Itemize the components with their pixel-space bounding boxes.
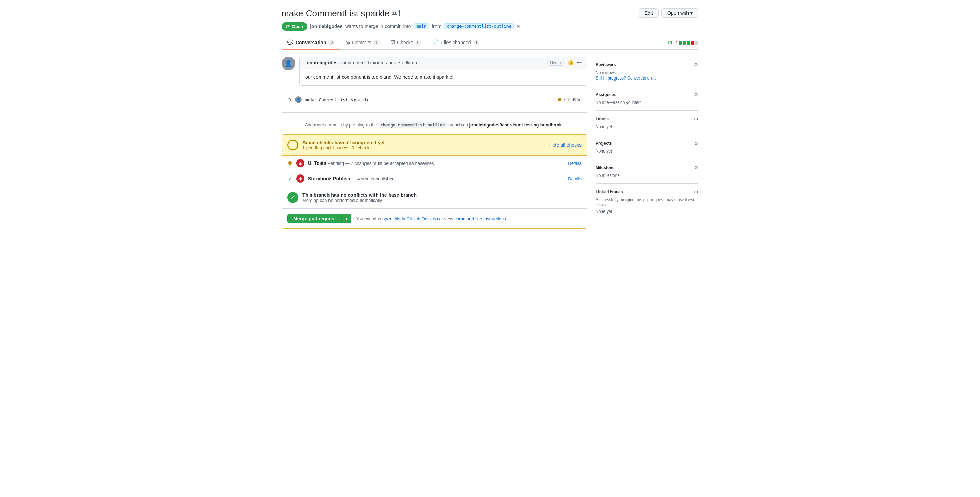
- merge-button-group: Merge pull request ▾: [287, 214, 352, 224]
- assignees-value: No one—assign yourself: [596, 100, 698, 105]
- emoji-reaction-icon[interactable]: 🙂: [568, 60, 574, 65]
- push-repo: jonniebigodes/test-visual-testing-handbo…: [469, 122, 561, 127]
- checks-pending-circle-icon: [287, 140, 298, 151]
- check-item-ui-tests: ◈ UI Tests Pending — 2 changes must be a…: [282, 156, 587, 171]
- tabs-bar: 💬 Conversation 0 ◎ Commits 1 ☑ Checks 0 …: [282, 36, 698, 50]
- diff-block-5: [695, 41, 698, 44]
- header-actions: Edit Open with ▾: [639, 8, 698, 18]
- projects-gear-icon[interactable]: ⚙: [694, 141, 698, 146]
- pr-title: make CommentList sparkle #1: [282, 8, 639, 19]
- convert-to-draft-link[interactable]: Still in progress? Convert to draft: [596, 76, 655, 81]
- edit-button[interactable]: Edit: [639, 8, 659, 18]
- check-details-link-ui-tests[interactable]: Details: [568, 161, 582, 166]
- command-line-instructions-link[interactable]: command line instructions: [454, 216, 506, 221]
- check-desc-ui-tests: Pending — 2 changes must be accepted as …: [328, 161, 435, 166]
- milestone-gear-icon[interactable]: ⚙: [694, 165, 698, 170]
- open-in-desktop-link[interactable]: open this in GitHub Desktop: [382, 216, 438, 221]
- reviewers-value: No reviews: [596, 70, 698, 75]
- check-app-icon-storybook: ◈: [296, 175, 304, 183]
- merge-also-text: You can also open this in GitHub Desktop…: [356, 216, 508, 221]
- checks-header: Some checks haven't completed yet 1 pend…: [282, 135, 587, 156]
- milestone-value: No milestone: [596, 173, 698, 178]
- tab-commits[interactable]: ◎ Commits 1: [340, 36, 385, 50]
- checks-count: 0: [415, 40, 422, 45]
- checks-subtitle: 1 pending and 1 successful checks: [302, 145, 545, 151]
- sidebar-assignees: Assignees ⚙ No one—assign yourself: [596, 86, 698, 111]
- commit-message[interactable]: make CommentList sparkle: [305, 97, 370, 103]
- more-options-icon[interactable]: •••: [576, 60, 582, 65]
- sidebar-projects: Projects ⚙ None yet: [596, 135, 698, 159]
- open-badge: ⇄ Open: [282, 22, 307, 30]
- commits-icon: ◎: [346, 40, 350, 46]
- diff-bar: [679, 41, 698, 44]
- diff-block-4: [691, 41, 694, 44]
- reviewers-title: Reviewers: [596, 62, 616, 67]
- merge-pull-request-button[interactable]: Merge pull request: [287, 214, 342, 224]
- tab-files-changed[interactable]: 📄 Files changed 1: [427, 36, 485, 50]
- no-conflicts-sub: Merging can be performed automatically.: [302, 198, 417, 203]
- copy-branch-icon[interactable]: ⎘: [517, 24, 520, 29]
- conversation-icon: 💬: [287, 40, 294, 46]
- reviewers-gear-icon[interactable]: ⚙: [694, 62, 698, 68]
- checks-title: Some checks haven't completed yet: [302, 140, 545, 145]
- open-with-button[interactable]: Open with ▾: [662, 8, 698, 18]
- tab-conversation[interactable]: 💬 Conversation 0: [282, 36, 340, 50]
- pr-open-icon: ⇄: [286, 24, 290, 29]
- pr-author: jonniebigodes: [310, 24, 342, 29]
- diff-summary: +3 −1: [667, 40, 698, 45]
- check-status-success: ✓: [287, 176, 293, 181]
- labels-gear-icon[interactable]: ⚙: [694, 116, 698, 122]
- sidebar-milestone: Milestone ⚙ No milestone: [596, 159, 698, 184]
- files-icon: 📄: [433, 40, 439, 46]
- comment-author[interactable]: jonniebigodes: [305, 60, 338, 65]
- no-conflicts-title: This branch has no conflicts with the ba…: [302, 192, 417, 198]
- comment-edited[interactable]: edited ▾: [402, 60, 417, 65]
- comment-time: commented 9 minutes ago: [340, 60, 396, 65]
- checks-icon: ☑: [391, 40, 395, 46]
- push-branch-code: change-commentlist-outline: [379, 122, 447, 128]
- labels-value: None yet: [596, 124, 698, 129]
- merge-actions-row: Merge pull request ▾ You can also open t…: [282, 209, 587, 228]
- comment-header: jonniebigodes commented 9 minutes ago • …: [300, 57, 587, 69]
- check-details-link-storybook[interactable]: Details: [568, 176, 582, 181]
- merge-dropdown-button[interactable]: ▾: [342, 214, 352, 224]
- labels-title: Labels: [596, 116, 609, 121]
- comment-box: jonniebigodes commented 9 minutes ago • …: [299, 57, 587, 86]
- hide-all-checks-link[interactable]: Hide all checks: [549, 142, 582, 148]
- owner-badge: Owner: [547, 60, 565, 66]
- check-name-ui-tests: UI Tests: [308, 160, 326, 166]
- check-desc-storybook: — 4 stories published.: [352, 176, 396, 181]
- comment-body: our comment list component is too bland.…: [300, 69, 587, 85]
- commits-count: 1: [373, 40, 380, 45]
- commit-graph-icon: ⊙: [287, 97, 291, 103]
- avatar: 👤: [282, 57, 295, 70]
- chevron-down-icon: ▾: [690, 10, 693, 16]
- check-app-icon-ui-tests: ◈: [296, 159, 304, 167]
- check-name-storybook: Storybook Publish: [308, 176, 350, 181]
- files-count: 1: [473, 40, 480, 45]
- push-info: Add more commits by pushing to the chang…: [282, 118, 587, 134]
- sidebar: Reviewers ⚙ No reviews Still in progress…: [596, 57, 698, 229]
- no-conflicts-icon: ✓: [287, 192, 298, 203]
- assignees-title: Assignees: [596, 92, 616, 97]
- tab-checks[interactable]: ☑ Checks 0: [385, 36, 427, 50]
- pending-dot-icon: [288, 162, 292, 165]
- conversation-count: 0: [328, 40, 335, 45]
- assignees-gear-icon[interactable]: ⚙: [694, 92, 698, 97]
- head-branch-tag[interactable]: change-commentlist-outline: [444, 23, 514, 30]
- chevron-down-icon: ▾: [415, 61, 417, 65]
- diff-block-1: [679, 41, 682, 44]
- linked-issues-description: Successfully merging this pull request m…: [596, 197, 698, 207]
- check-status-pending: [287, 160, 293, 166]
- sidebar-linked-issues: Linked issues ⚙ Successfully merging thi…: [596, 184, 698, 219]
- commit-sha[interactable]: 61ed96d: [564, 97, 582, 102]
- milestone-title: Milestone: [596, 165, 614, 170]
- projects-value: None yet: [596, 149, 698, 154]
- sidebar-labels: Labels ⚙ None yet: [596, 111, 698, 135]
- sidebar-reviewers: Reviewers ⚙ No reviews Still in progress…: [596, 57, 698, 86]
- checks-items: ◈ UI Tests Pending — 2 changes must be a…: [282, 156, 587, 186]
- base-branch-tag[interactable]: main: [414, 23, 429, 30]
- pr-meta: ⇄ Open jonniebigodes wants to merge 1 co…: [282, 22, 639, 30]
- checks-card: Some checks haven't completed yet 1 pend…: [282, 134, 587, 229]
- linked-issues-gear-icon[interactable]: ⚙: [694, 189, 698, 195]
